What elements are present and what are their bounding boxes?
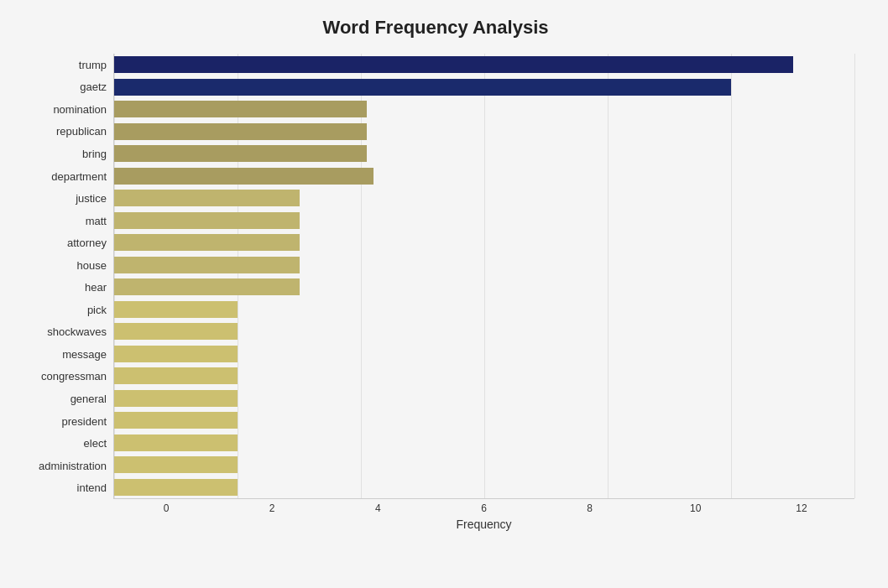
bar-row (114, 454, 854, 476)
bar-row (114, 232, 854, 254)
bar (114, 145, 367, 162)
bar (114, 301, 238, 318)
bar-row (114, 320, 854, 343)
y-label: bring (82, 148, 107, 159)
bar (114, 390, 238, 407)
y-label: justice (76, 193, 107, 204)
y-label: shockwaves (47, 326, 107, 337)
y-label: hear (85, 282, 107, 293)
x-axis-label: Frequency (113, 518, 854, 531)
bar-row (114, 343, 854, 366)
bar (114, 56, 793, 73)
bar (114, 367, 238, 384)
y-label: message (62, 349, 107, 360)
y-label: administration (39, 461, 107, 471)
bar (114, 234, 300, 251)
bar (114, 168, 373, 185)
y-label: department (51, 171, 107, 182)
x-tick: 10 (643, 502, 749, 514)
bar-row (114, 365, 854, 388)
bar (114, 479, 238, 496)
bar (114, 101, 367, 117)
y-label: attorney (67, 237, 107, 248)
x-tick: 8 (537, 502, 643, 514)
y-label: nomination (53, 104, 107, 115)
y-label: general (71, 393, 107, 404)
y-label: pick (87, 304, 107, 315)
bar-row (114, 476, 854, 499)
bar (114, 456, 238, 473)
y-axis: trumpgaetznominationrepublicanbringdepar… (17, 54, 113, 499)
bar-row (114, 254, 854, 277)
bar (114, 434, 238, 451)
bar (114, 212, 300, 229)
x-tick: 2 (219, 502, 325, 514)
y-label: elect (84, 438, 107, 449)
y-label: congressman (41, 371, 107, 382)
bar (114, 323, 238, 340)
chart-title: Word Frequency Analysis (17, 17, 854, 39)
bar-row (114, 165, 854, 188)
y-label: matt (86, 216, 107, 226)
y-label: president (62, 416, 107, 427)
chart-container: Word Frequency Analysis trumpgaetznomina… (0, 0, 888, 588)
y-label: republican (56, 126, 107, 137)
bar-row (114, 409, 854, 432)
y-label: intend (77, 482, 107, 493)
bar (114, 346, 238, 362)
y-label: house (77, 260, 107, 271)
bar-row (114, 98, 854, 121)
x-tick: 12 (749, 502, 854, 514)
bar-row (114, 76, 854, 99)
bar-row (114, 143, 854, 165)
bar (114, 190, 300, 206)
bar-row (114, 54, 854, 76)
bar-row (114, 432, 854, 455)
bar (114, 278, 300, 295)
bar (114, 123, 367, 140)
bar (114, 412, 238, 429)
x-tick: 6 (431, 502, 536, 514)
x-tick: 0 (113, 502, 219, 514)
bar-row (114, 388, 854, 410)
x-tick: 4 (325, 502, 431, 514)
bar (114, 79, 731, 96)
grid-line (854, 54, 855, 498)
bar (114, 257, 300, 273)
y-label: trump (79, 60, 107, 70)
bar-row (114, 210, 854, 232)
bar-row (114, 299, 854, 321)
bar-row (114, 121, 854, 143)
bar-row (114, 276, 854, 299)
bar-row (114, 187, 854, 210)
y-label: gaetz (80, 81, 107, 92)
